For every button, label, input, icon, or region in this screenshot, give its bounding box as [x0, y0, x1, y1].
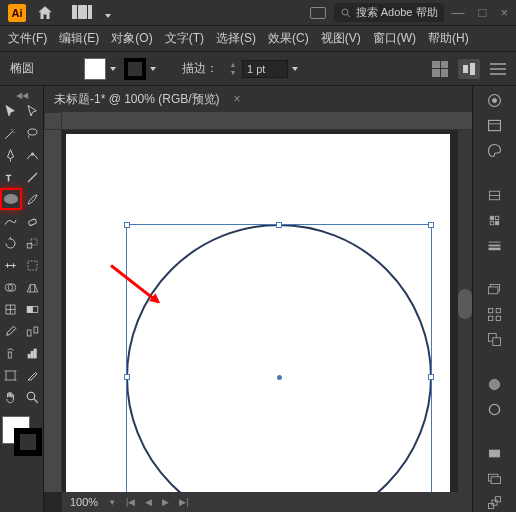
direct-selection-tool[interactable] — [22, 100, 44, 122]
handle-top-right[interactable] — [428, 222, 434, 228]
chevron-down-icon[interactable] — [292, 67, 298, 71]
lasso-tool[interactable] — [22, 122, 44, 144]
menu-file[interactable]: 文件(F) — [8, 30, 47, 47]
menu-effect[interactable]: 效果(C) — [268, 30, 309, 47]
scale-tool[interactable] — [22, 232, 44, 254]
svg-rect-43 — [489, 316, 493, 320]
menu-window[interactable]: 窗口(W) — [373, 30, 416, 47]
asset-export-panel-icon[interactable] — [483, 495, 507, 512]
menu-type[interactable]: 文字(T) — [165, 30, 204, 47]
symbol-sprayer-tool[interactable] — [0, 342, 22, 364]
layers-panel-icon[interactable] — [483, 281, 507, 298]
svg-rect-3 — [470, 63, 475, 75]
ruler-corner[interactable] — [44, 112, 62, 130]
graphic-styles-panel-icon[interactable] — [483, 470, 507, 487]
paintbrush-tool[interactable] — [22, 188, 43, 210]
nav-next-icon[interactable]: ▶ — [162, 497, 169, 507]
pathfinder-panel-icon[interactable] — [483, 331, 507, 348]
zoom-tool[interactable] — [22, 386, 44, 408]
menu-view[interactable]: 视图(V) — [321, 30, 361, 47]
ruler-horizontal[interactable] — [62, 112, 472, 130]
selection-tool[interactable] — [0, 100, 22, 122]
chevron-down-icon[interactable] — [150, 67, 156, 71]
maximize-button[interactable]: □ — [479, 5, 487, 20]
blend-tool[interactable] — [22, 320, 44, 342]
chevron-down-icon[interactable] — [105, 14, 111, 18]
perspective-tool[interactable] — [22, 276, 44, 298]
free-transform-tool[interactable] — [22, 254, 44, 276]
hand-tool[interactable] — [0, 386, 22, 408]
handle-top-left[interactable] — [124, 222, 130, 228]
handle-mid-right[interactable] — [428, 374, 434, 380]
nav-first-icon[interactable]: |◀ — [126, 497, 135, 507]
svg-rect-18 — [34, 327, 38, 333]
pen-tool[interactable] — [0, 144, 22, 166]
ruler-vertical[interactable] — [44, 130, 62, 492]
document-tab[interactable]: 未标题-1* @ 100% (RGB/预览)× — [44, 86, 472, 112]
canvas-area[interactable]: 未标题-1* @ 100% (RGB/预览)× 100% ▼ |◀ — [44, 86, 472, 512]
minimize-button[interactable]: — — [452, 5, 465, 20]
chevron-down-icon[interactable] — [110, 67, 116, 71]
fill-stroke-swatch[interactable] — [0, 414, 44, 458]
grid-icon[interactable] — [432, 61, 448, 77]
stroke-stepper[interactable]: ▲▼ — [226, 61, 240, 77]
rotate-tool[interactable] — [0, 232, 22, 254]
type-tool[interactable]: T — [0, 166, 22, 188]
close-tab-icon[interactable]: × — [234, 92, 241, 106]
align-panel-icon[interactable] — [458, 59, 480, 79]
zoom-value[interactable]: 100% — [70, 496, 98, 508]
nav-last-icon[interactable]: ▶| — [179, 497, 188, 507]
line-tool[interactable] — [22, 166, 44, 188]
handle-top-center[interactable] — [276, 222, 282, 228]
width-tool[interactable] — [0, 254, 22, 276]
align-panel-icon[interactable] — [483, 306, 507, 323]
menu-select[interactable]: 选择(S) — [216, 30, 256, 47]
close-button[interactable]: × — [500, 5, 508, 20]
menu-object[interactable]: 对象(O) — [111, 30, 152, 47]
bounding-box[interactable] — [126, 224, 432, 512]
svg-rect-22 — [34, 349, 36, 358]
search-input[interactable]: 搜索 Adobe 帮助 — [334, 3, 444, 22]
home-icon[interactable] — [36, 4, 54, 22]
artboard-tool[interactable] — [0, 364, 22, 386]
svg-rect-40 — [489, 287, 498, 294]
nav-prev-icon[interactable]: ◀ — [145, 497, 152, 507]
properties-panel-icon[interactable] — [483, 92, 507, 109]
ellipse-tool[interactable] — [0, 188, 22, 210]
eraser-tool[interactable] — [22, 210, 44, 232]
eyedropper-tool[interactable] — [0, 320, 22, 342]
shape-builder-tool[interactable] — [0, 276, 22, 298]
scrollbar-thumb[interactable] — [458, 289, 472, 319]
svg-rect-52 — [489, 504, 494, 509]
stroke-color-swatch[interactable] — [124, 58, 146, 80]
symbols-panel-icon[interactable] — [483, 212, 507, 229]
panel-menu-icon[interactable] — [490, 63, 506, 75]
handle-mid-left[interactable] — [124, 374, 130, 380]
vertical-scrollbar[interactable] — [458, 130, 472, 492]
transparency-panel-icon[interactable] — [483, 376, 507, 393]
shaper-tool[interactable] — [0, 210, 22, 232]
menu-help[interactable]: 帮助(H) — [428, 30, 469, 47]
brushes-panel-icon[interactable] — [483, 187, 507, 204]
fill-color-swatch[interactable] — [84, 58, 106, 80]
libraries-panel-icon[interactable] — [483, 117, 507, 134]
svg-rect-20 — [28, 354, 30, 358]
graph-tool[interactable] — [22, 342, 44, 364]
slice-tool[interactable] — [22, 364, 44, 386]
stroke-value-input[interactable]: 1 pt — [242, 60, 288, 78]
collapse-icon[interactable]: ◀◀ — [0, 90, 43, 100]
chevron-down-icon[interactable]: ▼ — [108, 498, 116, 507]
stroke-panel-icon[interactable] — [483, 237, 507, 254]
svg-rect-32 — [490, 216, 493, 219]
magic-wand-tool[interactable] — [0, 122, 22, 144]
menu-edit[interactable]: 编辑(E) — [59, 30, 99, 47]
artboard[interactable] — [66, 134, 450, 512]
curvature-tool[interactable] — [22, 144, 44, 166]
appearance-panel-icon[interactable] — [483, 401, 507, 418]
workspace-icon[interactable] — [310, 7, 326, 19]
gradient-tool[interactable] — [22, 298, 44, 320]
mesh-tool[interactable] — [0, 298, 22, 320]
swatches-panel-icon[interactable] — [483, 445, 507, 462]
layout-switcher-icon[interactable] — [72, 5, 96, 21]
color-panel-icon[interactable] — [483, 142, 507, 159]
